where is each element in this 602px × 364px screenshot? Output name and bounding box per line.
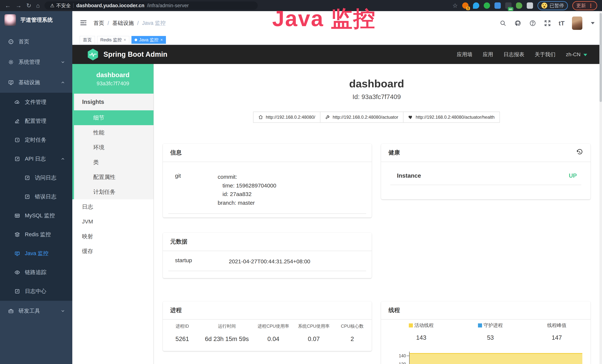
breadcrumb-home[interactable]: 首页 <box>93 20 104 27</box>
sidebar-item-mysql[interactable]: MySQL 监控 <box>0 206 72 225</box>
github-icon[interactable] <box>514 20 522 27</box>
extension-icon-pin[interactable] <box>473 2 479 9</box>
breadcrumb: 首页 / 基础设施 / Java 监控 <box>93 20 166 27</box>
sba-brand[interactable]: Spring Boot Admin <box>87 48 167 61</box>
address-bar[interactable]: ⚠ 不安全 dashboard.yudao.iocoder.cn/infra/a… <box>44 1 258 10</box>
sba-nav-wallboard[interactable]: 应用墙 <box>457 51 473 58</box>
layers-icon <box>14 232 20 237</box>
actuator-url-label: http://192.168.0.2:48080/actuator <box>333 115 398 120</box>
hamburger-icon[interactable] <box>80 20 87 27</box>
stat-label: CPU核心数 <box>338 323 366 329</box>
sba-menu-classes[interactable]: 类 <box>74 155 153 170</box>
sidebar-item-tracing[interactable]: 链路追踪 <box>0 263 72 282</box>
security-label[interactable]: 不安全 <box>56 2 71 9</box>
bookmark-star-icon[interactable]: ☆ <box>452 3 458 9</box>
tag-home[interactable]: 首页 <box>80 36 95 44</box>
sba-navbar: Spring Boot Admin 应用墙 应用 日志报表 关于我们 zh-CN <box>72 45 602 64</box>
actuator-url-button[interactable]: http://192.168.0.2:48080/actuator <box>320 112 403 123</box>
table-icon <box>14 213 20 218</box>
sidebar-item-api-log[interactable]: API 日志 <box>0 150 72 168</box>
close-icon[interactable]: × <box>160 37 163 42</box>
url-host[interactable]: dashboard.yudao.iocoder.cn <box>76 3 144 9</box>
tick-mark <box>407 356 409 356</box>
sba-nav-about[interactable]: 关于我们 <box>535 51 556 58</box>
tag-java-monitor[interactable]: Java 监控 × <box>131 36 166 44</box>
help-icon[interactable] <box>529 20 536 27</box>
sba-menu-jvm[interactable]: JVM <box>72 214 153 229</box>
sidebar-item-dev-tools[interactable]: 研发工具 <box>0 301 72 321</box>
y-tick-140: 140 <box>399 353 406 358</box>
sba-locale-label: zh-CN <box>566 52 580 57</box>
sidebar-item-home[interactable]: 首页 <box>0 32 72 52</box>
profile-paused-chip[interactable]: 已暂停 <box>538 1 568 10</box>
sidebar-item-files[interactable]: 文件管理 <box>0 93 72 112</box>
close-icon[interactable]: × <box>124 37 126 42</box>
sba-menu-metrics[interactable]: 性能 <box>74 125 153 140</box>
page-instance-id: Id: 93a3fc7f7409 <box>154 93 599 100</box>
tag-redis-monitor[interactable]: Redis 监控 × <box>97 36 129 44</box>
sidebar-item-access-log[interactable]: 访问日志 <box>0 168 72 187</box>
sba-locale-select[interactable]: zh-CN <box>566 52 587 57</box>
service-url-button[interactable]: http://192.168.0.2:48080/ <box>253 112 320 123</box>
sidebar-item-error-log[interactable]: 错误日志 <box>0 187 72 206</box>
extension-icon-green-y[interactable] <box>484 2 490 9</box>
sba-nav-journal[interactable]: 日志报表 <box>504 51 524 58</box>
gear-icon <box>8 59 14 65</box>
process-card: 进程 进程ID 5261 运行时间 6d 23h 15m 59s 进程CPU使用… <box>163 301 372 351</box>
extension-icon-leaf[interactable] <box>516 2 522 9</box>
stat-value: 5261 <box>168 335 196 343</box>
extension-icon-orange[interactable]: 1 <box>462 2 469 9</box>
browser-menu-icon[interactable]: ⋮ <box>588 3 593 9</box>
scrollbar-thumb[interactable] <box>600 13 602 102</box>
history-icon[interactable] <box>576 149 583 157</box>
extension-icon-grid[interactable] <box>494 2 501 9</box>
heartbeat-icon <box>408 115 413 120</box>
sidebar-item-jobs[interactable]: 定时任务 <box>0 130 72 150</box>
info-card: 信息 git commit: time: 1596289704000 id: 2… <box>163 144 372 217</box>
sba-nav-applications[interactable]: 应用 <box>483 51 493 58</box>
sidebar-item-system[interactable]: 系统管理 <box>0 52 72 72</box>
avatar[interactable] <box>572 17 582 30</box>
back-icon[interactable]: ← <box>5 3 11 9</box>
health-card: 健康 Instance UP <box>381 144 591 199</box>
sidebar-item-label: MySQL 监控 <box>25 212 55 219</box>
forward-icon[interactable]: → <box>16 3 22 9</box>
update-chip[interactable]: 更新 ⋮ <box>572 1 597 10</box>
scrollbar[interactable] <box>599 11 602 364</box>
sidebar-item-redis[interactable]: Redis 监控 <box>0 225 72 244</box>
search-icon[interactable] <box>499 20 507 27</box>
sba-menu-logs[interactable]: 日志 <box>72 199 153 214</box>
app-logo-row[interactable]: 芋道管理系统 <box>0 11 72 29</box>
reload-icon[interactable]: ↻ <box>26 3 31 9</box>
instance-name: dashboard <box>97 71 129 79</box>
sidebar-item-config[interactable]: 配置管理 <box>0 112 72 130</box>
sba-menu-environment[interactable]: 环境 <box>74 140 153 155</box>
sba-menu-caches[interactable]: 缓存 <box>72 244 153 259</box>
sidebar-item-java-monitor[interactable]: Java 监控 <box>0 244 72 263</box>
avatar-caret-icon[interactable] <box>591 22 595 24</box>
sidebar-item-infra[interactable]: 基础设施 <box>0 72 72 93</box>
health-instance-row: Instance UP <box>390 168 581 185</box>
cloud-upload-icon <box>14 99 20 105</box>
sba-menu-scheduled-tasks[interactable]: 计划任务 <box>74 184 153 199</box>
extension-icon-switch[interactable]: on <box>505 2 512 9</box>
threads-card: 线程 活动线程 143 守护进程 53 线程峰值 147 140 120 100 <box>381 301 591 364</box>
y-tick-120: 120 <box>399 362 406 364</box>
sidebar-item-label: 访问日志 <box>35 174 56 182</box>
emoji-avatar-icon <box>541 3 547 9</box>
fullscreen-icon[interactable] <box>544 20 551 27</box>
sba-menu-mappings[interactable]: 映射 <box>72 229 153 244</box>
sidebar-item-log-center[interactable]: 日志中心 <box>0 282 72 301</box>
sidebar-submenu-infra: 文件管理 配置管理 定时任务 API 日志 访问日志 <box>0 93 72 301</box>
extensions-puzzle-icon[interactable] <box>527 2 533 9</box>
home-icon[interactable]: ⌂ <box>36 3 40 9</box>
sba-menu-config-props[interactable]: 配置属性 <box>74 170 153 184</box>
breadcrumb-section[interactable]: 基础设施 <box>112 20 134 27</box>
sba-menu-details[interactable]: 细节 <box>74 110 153 125</box>
instance-header[interactable]: dashboard 93a3fc7f7409 <box>72 64 153 94</box>
stat-cpu-cores: CPU核心数 2 <box>338 323 366 343</box>
annotation-java-monitor: Java 监控 <box>272 4 376 34</box>
font-size-icon[interactable]: tT <box>559 20 565 27</box>
metadata-startup-label: startup <box>175 257 229 266</box>
health-url-button[interactable]: http://192.168.0.2:48080/actuator/health <box>403 112 500 123</box>
